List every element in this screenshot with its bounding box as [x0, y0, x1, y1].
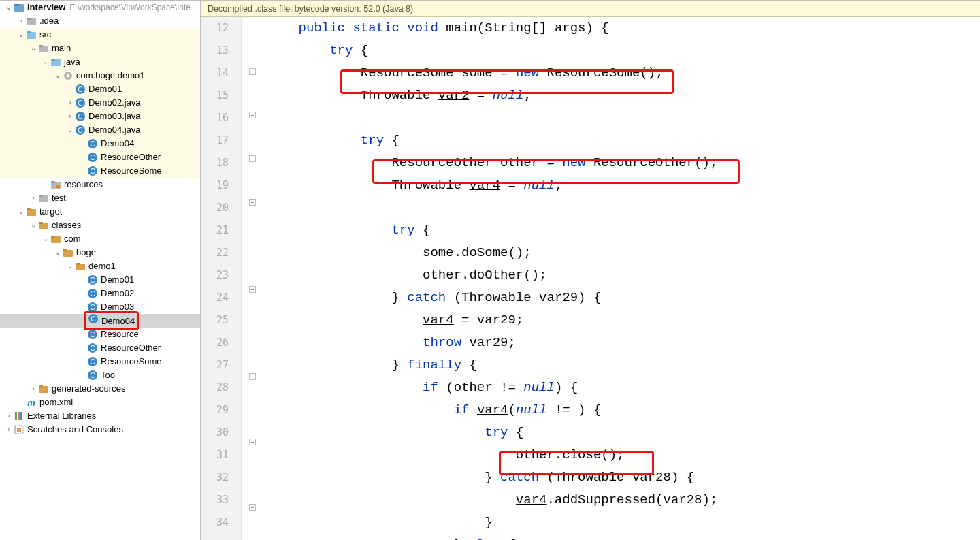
chevron-down-icon[interactable]: ⌄ [29, 219, 38, 232]
fold-gutter-row[interactable] [249, 496, 256, 518]
tree-item-demo1[interactable]: ⌄demo1 [0, 259, 200, 273]
tree-item--idea[interactable]: ›.idea [0, 14, 200, 28]
tree-item-resourceother[interactable]: ·CResourceOther [0, 150, 200, 164]
fold-gutter-row[interactable] [249, 148, 256, 170]
code-line[interactable]: other.doOther(); [267, 264, 980, 287]
tree-item-target[interactable]: ⌄target [0, 205, 200, 219]
tree-item-interview[interactable]: ⌄InterviewE:\workspace\VipWorkSpace\Inte [0, 1, 200, 14]
tree-item-demo03-java[interactable]: ›CDemo03.java [0, 110, 200, 123]
chevron-down-icon[interactable]: ⌄ [41, 232, 50, 246]
chevron-down-icon[interactable]: ⌄ [29, 42, 38, 55]
tree-item-demo04-java[interactable]: ⌄CDemo04.java [0, 123, 200, 137]
code-line[interactable]: } catch (Throwable var29) { [267, 287, 980, 309]
tree-item-external-libraries[interactable]: ›External Libraries [0, 409, 200, 423]
tree-item-demo02[interactable]: ·CDemo02 [0, 287, 200, 300]
code-line[interactable] [267, 107, 980, 129]
code-line[interactable]: try { [267, 129, 980, 152]
code-line[interactable] [267, 197, 980, 219]
chevron-down-icon[interactable]: ⌄ [16, 205, 26, 219]
code-line[interactable]: } [267, 511, 980, 534]
tree-item-main[interactable]: ⌄main [0, 42, 200, 55]
tree-item-com-boge-demo1[interactable]: ⌄com.boge.demo1 [0, 69, 200, 82]
tree-item-pom-xml[interactable]: ·mpom.xml [0, 396, 200, 409]
tree-item-demo04[interactable]: ·CDemo04 [0, 314, 200, 328]
tree-item-classes[interactable]: ⌄classes [0, 219, 200, 232]
fold-toggle-icon[interactable] [249, 155, 256, 162]
code-line[interactable]: some.doSome(); [267, 242, 980, 264]
code-token: } [485, 515, 492, 530]
chevron-down-icon[interactable]: ⌄ [4, 1, 14, 14]
tree-item-scratches-and-consoles[interactable]: ›Scratches and Consoles [0, 423, 200, 436]
fold-toggle-icon[interactable] [249, 504, 256, 511]
tree-item-demo01[interactable]: ·CDemo01 [0, 82, 200, 96]
fold-toggle-icon[interactable] [249, 286, 256, 293]
code-token: null [493, 88, 524, 103]
code-line[interactable]: var4.addSuppressed(var28); [267, 489, 980, 511]
tree-item-src[interactable]: ⌄src [0, 28, 200, 42]
code-area[interactable]: 1213141516171819202122232425262728293031… [201, 17, 980, 540]
fold-gutter-row[interactable] [249, 366, 256, 387]
tree-item-resourcesome[interactable]: ·CResourceSome [0, 164, 200, 178]
tree-item-demo01[interactable]: ·CDemo01 [0, 273, 200, 287]
code-line[interactable]: Throwable var2 = null; [267, 84, 980, 107]
tree-item-generated-sources[interactable]: ›generated-sources [0, 382, 200, 396]
tree-item-resources[interactable]: ·resources [0, 178, 200, 191]
chevron-right-icon[interactable]: › [16, 14, 26, 28]
line-number: 22 [201, 242, 229, 264]
chevron-right-icon[interactable]: › [65, 96, 75, 110]
tree-item-demo04[interactable]: ·CDemo04 [0, 137, 200, 150]
svg-rect-62 [20, 412, 22, 420]
code-line[interactable]: if var4(null != ) { [267, 399, 980, 422]
tree-item-java[interactable]: ⌄java [0, 55, 200, 69]
chevron-down-icon[interactable]: ⌄ [65, 259, 75, 273]
fold-gutter-row[interactable] [249, 191, 256, 213]
code-line[interactable]: ResourceOther other = new ResourceOther(… [267, 152, 980, 174]
chevron-right-icon[interactable]: › [29, 191, 38, 205]
code-line[interactable]: try { [267, 422, 980, 444]
tree-item-com[interactable]: ⌄com [0, 232, 200, 246]
tree-item-boge[interactable]: ⌄boge [0, 246, 200, 259]
code-line[interactable]: } finally { [267, 354, 980, 377]
code-line[interactable]: try { [267, 39, 980, 62]
chevron-down-icon[interactable]: ⌄ [41, 55, 50, 69]
tree-item-test[interactable]: ›test [0, 191, 200, 205]
fold-toggle-icon[interactable] [249, 373, 256, 380]
code-token: catch [500, 470, 539, 485]
code-line[interactable]: try { [267, 219, 980, 242]
tree-item-resourceother[interactable]: ·CResourceOther [0, 341, 200, 355]
chevron-down-icon[interactable]: ⌄ [16, 28, 26, 42]
chevron-down-icon[interactable]: ⌄ [53, 246, 63, 259]
code-line[interactable]: if (other != null) { [267, 377, 980, 399]
code-line[interactable]: throw var29; [267, 332, 980, 354]
fold-toggle-icon[interactable] [249, 68, 256, 75]
tree-item-demo02-java[interactable]: ›CDemo02.java [0, 96, 200, 110]
code-token: = [500, 178, 523, 193]
code-line[interactable]: } else { [267, 534, 980, 540]
svg-rect-61 [18, 412, 20, 420]
chevron-right-icon[interactable]: › [65, 110, 75, 123]
fold-gutter-row[interactable] [249, 431, 256, 453]
code-line[interactable]: Throwable var4 = null; [267, 174, 980, 197]
code-line[interactable]: public static void main(String[] args) { [267, 17, 980, 39]
tree-item-resourcesome[interactable]: ·CResourceSome [0, 355, 200, 368]
code-line[interactable]: var4 = var29; [267, 309, 980, 332]
fold-toggle-icon[interactable] [249, 112, 256, 118]
line-number: 28 [201, 377, 229, 399]
fold-gutter-row[interactable] [249, 61, 256, 82]
tree-item-too[interactable]: ·CToo [0, 368, 200, 382]
fold-toggle-icon[interactable] [249, 199, 256, 206]
fold-gutter[interactable] [242, 17, 263, 540]
chevron-right-icon[interactable]: › [4, 409, 14, 423]
fold-toggle-icon[interactable] [249, 439, 256, 445]
chevron-down-icon[interactable]: ⌄ [53, 69, 63, 82]
code-line[interactable]: other.close(); [267, 444, 980, 466]
code-line[interactable]: ResourceSome some = new ResourceSome(); [267, 62, 980, 84]
code-content[interactable]: public static void main(String[] args) {… [263, 17, 980, 540]
fold-gutter-row[interactable] [249, 104, 256, 126]
chevron-down-icon[interactable]: ⌄ [65, 123, 75, 137]
code-line[interactable]: } catch (Throwable var28) { [267, 466, 980, 489]
fold-gutter-row[interactable] [249, 279, 256, 300]
project-tree[interactable]: ⌄InterviewE:\workspace\VipWorkSpace\Inte… [0, 1, 201, 540]
chevron-right-icon[interactable]: › [4, 423, 14, 436]
chevron-right-icon[interactable]: › [29, 382, 38, 396]
